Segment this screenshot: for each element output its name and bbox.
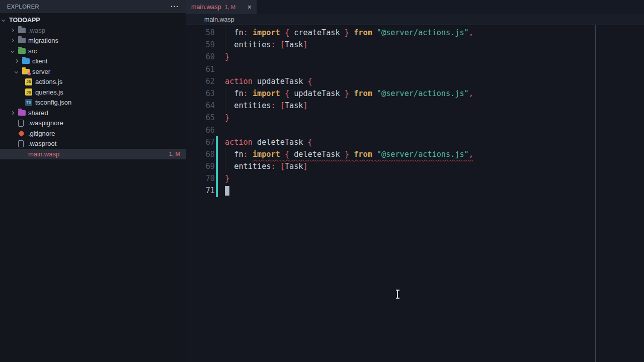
tree-item-tsconfig-json[interactable]: TStsconfig.json — [0, 98, 186, 108]
line-number[interactable]: 59 — [186, 39, 215, 51]
git-icon — [18, 130, 25, 137]
code-line-63[interactable]: 63 fn: import { updateTask } from "@serv… — [186, 87, 644, 100]
close-icon[interactable]: × — [248, 4, 252, 11]
explorer-sidebar: EXPLORER ··· TODOAPP .waspmigrationssrcc… — [0, 0, 186, 362]
tree-item-label: main.wasp — [28, 150, 59, 158]
tree-item-migrations[interactable]: migrations — [0, 36, 186, 46]
chevron-right-icon[interactable] — [11, 29, 14, 32]
code-line-66[interactable]: 66 — [186, 124, 644, 136]
line-number[interactable]: 60 — [186, 51, 215, 63]
src-folder-icon — [18, 48, 26, 54]
error-squiggle: import { deleteTask } from "@server/acti… — [253, 150, 473, 159]
shared-folder-icon — [18, 110, 26, 116]
line-number[interactable]: 68 — [186, 148, 215, 160]
code-text: entities: [Task] — [225, 160, 308, 172]
code-text: action deleteTask { — [225, 136, 312, 148]
tree-item-wasp[interactable]: .wasp — [0, 25, 186, 36]
code-text: } — [225, 51, 229, 63]
code-text: } — [225, 172, 229, 185]
code-line-71[interactable]: 71 — [186, 185, 644, 197]
tree-root-label: TODOAPP — [9, 17, 40, 24]
indent-guide — [225, 87, 225, 100]
chevron-down-icon[interactable] — [15, 70, 18, 73]
tab-main-wasp[interactable]: main.wasp 1, M × — [186, 0, 257, 14]
tree-root-todoapp[interactable]: TODOAPP — [0, 15, 186, 25]
tree-item-label: actions.js — [35, 78, 62, 85]
tree-item-src[interactable]: src — [0, 46, 186, 56]
tree-item-label: .waspignore — [28, 119, 63, 127]
code-line-65[interactable]: 65} — [186, 112, 644, 124]
chevron-right-icon[interactable] — [11, 39, 14, 42]
tab-bar: main.wasp 1, M × — [186, 0, 644, 14]
indent-guide — [225, 148, 225, 160]
code-text: entities: [Task] — [225, 100, 308, 112]
tree-item-shared[interactable]: shared — [0, 108, 186, 118]
code-line-60[interactable]: 60} — [186, 51, 644, 63]
folder-icon — [18, 28, 26, 33]
line-number[interactable]: 61 — [186, 63, 215, 75]
code-line-67[interactable]: 67action deleteTask { — [186, 136, 644, 148]
tab-problems-badge: 1, M — [225, 4, 235, 10]
tab-label: main.wasp — [191, 4, 221, 11]
line-number[interactable]: 64 — [186, 100, 215, 112]
line-number[interactable]: 66 — [186, 124, 215, 136]
code-line-62[interactable]: 62action updateTask { — [186, 75, 644, 87]
chevron-down-icon[interactable] — [11, 49, 14, 53]
client-folder-icon — [22, 58, 30, 64]
indent-guide — [225, 39, 225, 51]
file-icon — [18, 140, 24, 147]
more-actions-icon[interactable]: ··· — [171, 4, 179, 9]
code-text: action updateTask { — [225, 75, 312, 87]
tree-item-label: shared — [28, 109, 48, 117]
line-number[interactable]: 65 — [186, 112, 215, 124]
tree-item-label: migrations — [28, 37, 58, 44]
code-text: } — [225, 112, 229, 124]
tree-item-wasproot[interactable]: .wasproot — [0, 139, 186, 149]
tree-item-label: server — [32, 68, 50, 75]
tree-item-server[interactable]: server — [0, 66, 186, 77]
code-line-61[interactable]: 61 — [186, 63, 644, 75]
indent-guide — [225, 27, 225, 39]
tree-item-waspignore[interactable]: .waspignore — [0, 118, 186, 129]
tree-item-label: queries.js — [35, 88, 63, 96]
code-line-59[interactable]: 59 entities: [Task] — [186, 39, 644, 51]
chevron-down-icon — [2, 18, 5, 22]
code-line-69[interactable]: 69 entities: [Task] — [186, 160, 644, 172]
tree-item-actions-js[interactable]: JSactions.js — [0, 77, 186, 87]
line-number[interactable]: 58 — [186, 27, 215, 39]
tree-item-gitignore[interactable]: .gitignore — [0, 128, 186, 139]
explorer-header: EXPLORER ··· — [0, 0, 186, 13]
line-number[interactable]: 71 — [186, 185, 215, 197]
folder-icon — [18, 38, 26, 43]
code-line-68[interactable]: 68 fn: import { deleteTask } from "@serv… — [186, 148, 644, 160]
line-number[interactable]: 70 — [186, 172, 215, 185]
code-line-70[interactable]: 70} — [186, 172, 644, 185]
line-number[interactable]: 67 — [186, 136, 215, 148]
mouse-cursor-ibeam — [397, 290, 398, 298]
tree-item-client[interactable]: client — [0, 56, 186, 67]
tree-item-main-wasp[interactable]: main.wasp1, M — [0, 149, 186, 159]
code-text: fn: import { deleteTask } from "@server/… — [225, 148, 473, 160]
chevron-right-icon[interactable] — [15, 59, 18, 63]
text-cursor — [225, 186, 229, 196]
code-text: fn: import { updateTask } from "@server/… — [225, 87, 473, 100]
typescript-file-icon: TS — [25, 99, 32, 106]
breadcrumb: main.wasp — [186, 14, 644, 25]
code-line-58[interactable]: 58 fn: import { createTask } from "@serv… — [186, 27, 644, 39]
editor-group: main.wasp 1, M × main.wasp 58 fn: import… — [186, 0, 644, 362]
line-number[interactable]: 62 — [186, 75, 215, 87]
line-number[interactable]: 69 — [186, 160, 215, 172]
file-tree: TODOAPP .waspmigrationssrcclientserverJS… — [0, 13, 186, 159]
explorer-title: EXPLORER — [7, 4, 39, 10]
breadcrumb-item[interactable]: main.wasp — [204, 16, 234, 23]
tree-item-label: client — [32, 57, 47, 65]
tree-item-queries-js[interactable]: JSqueries.js — [0, 87, 186, 98]
tree-item-label: .wasp — [28, 27, 45, 34]
code-line-64[interactable]: 64 entities: [Task] — [186, 100, 644, 112]
file-icon — [18, 120, 24, 127]
code-text: fn: import { createTask } from "@server/… — [225, 27, 473, 39]
code-area[interactable]: 58 fn: import { createTask } from "@serv… — [186, 25, 644, 362]
line-number[interactable]: 63 — [186, 87, 215, 100]
chevron-right-icon[interactable] — [11, 111, 14, 115]
indent-guide — [225, 160, 225, 172]
